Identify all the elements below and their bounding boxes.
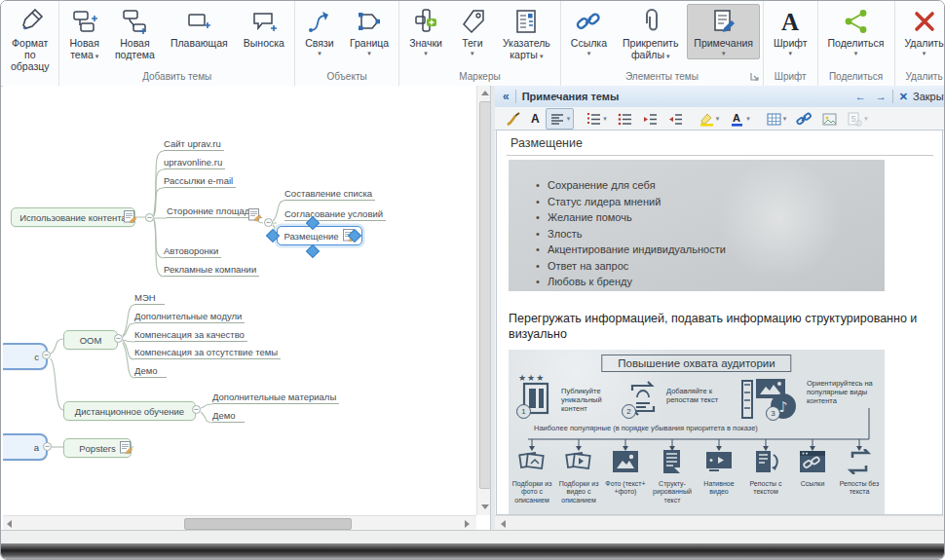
delete-button[interactable]: Удалить ▾ (898, 4, 945, 59)
topic-notes-icon[interactable] (248, 207, 261, 225)
topic-node-partial[interactable]: с (3, 343, 48, 370)
relationship-icon (305, 7, 334, 36)
ribbon-button-label: Плавающая (170, 37, 228, 49)
notes-highlight-button[interactable]: ▾ (695, 108, 724, 130)
topic-line[interactable]: МЭН (134, 292, 165, 305)
topic-line[interactable]: Рекламные компании (164, 264, 259, 277)
topic-line[interactable]: Компенсация за качество (134, 329, 247, 342)
dropdown-caret-icon: ▾ (864, 115, 868, 123)
font-button[interactable]: A Шрифт ▾ (767, 4, 814, 59)
notes-spreadsheet-button[interactable]: 5▾ (843, 108, 872, 130)
note-image-bullets-slide[interactable]: •Сохранение для себя •Статус лидера мнен… (509, 160, 885, 291)
forward-arrow-icon[interactable]: → (876, 91, 887, 102)
dropdown-caret-icon: ▾ (587, 50, 591, 56)
close-panel-label[interactable]: Закрыть (913, 91, 944, 102)
close-panel-icon[interactable]: ✕ (899, 91, 908, 103)
icons-button[interactable]: Значки ▾ (402, 4, 449, 59)
callout-button[interactable]: Выноска (237, 4, 291, 52)
topic-node[interactable]: Использование контента (11, 207, 135, 227)
collapse-toggle[interactable]: − (42, 351, 51, 359)
floating-topic-button[interactable]: Плавающая (164, 4, 235, 52)
attach-files-button[interactable]: Прикрепить файлы▾ (616, 4, 685, 63)
collapse-toggle[interactable]: − (114, 334, 123, 343)
notes-format-painter-button[interactable] (502, 108, 525, 130)
topic-notes-panel: « Примечания темы ← → ✕ Закрыть A ▾ ▾ ▾ … (495, 86, 944, 530)
topic-notes-icon[interactable] (124, 209, 136, 227)
notes-align-button[interactable]: ▾ (546, 108, 575, 130)
notes-outdent-button[interactable] (638, 108, 662, 130)
new-topic-button[interactable]: Новая тема▾ (62, 4, 105, 63)
topic-line[interactable]: Компенсация за отсутствие темы (134, 347, 281, 359)
map-vertical-scrollbar[interactable] (476, 86, 490, 515)
topic-line[interactable]: Рассылки e-mail (164, 175, 236, 188)
collapse-toggle[interactable]: − (43, 442, 52, 451)
topic-line[interactable]: Дополнительные материалы (212, 392, 339, 404)
notes-font-button[interactable]: A (527, 109, 544, 129)
topic-node[interactable]: ООМ (63, 330, 118, 350)
topic-node[interactable]: Дистанционное обучение (63, 401, 196, 421)
notes-indent-button[interactable] (663, 108, 687, 130)
topic-line[interactable]: Составление списка (284, 188, 375, 201)
dropdown-caret-icon: ▾ (367, 50, 371, 56)
notes-editor[interactable]: Размещение •Сохранение для себя •Статус … (496, 130, 943, 515)
ribbon-button-label: Теги (462, 37, 482, 49)
notes-link-button[interactable] (792, 108, 815, 130)
topic-line[interactable]: Демо (134, 365, 167, 378)
collapse-toggle[interactable]: − (192, 405, 201, 414)
map-canvas[interactable]: − − − − − − Использование контента с ООМ… (3, 86, 490, 530)
topic-line[interactable]: upravonline.ru (164, 157, 225, 169)
delete-icon (910, 7, 939, 36)
dropdown-caret-icon: ▾ (95, 53, 99, 59)
notes-numbering-button[interactable]: ▾ (582, 108, 611, 130)
bullet-marker: • (536, 209, 548, 226)
ribbon-group-label: Шрифт (764, 69, 817, 86)
notes-panel-header: « Примечания темы ← → ✕ Закрыть (495, 86, 944, 108)
notes-button[interactable]: Примечания ▾ (687, 4, 760, 59)
scroll-left-arrow[interactable] (7, 520, 12, 528)
topic-node-partial[interactable]: а (3, 433, 48, 461)
scrollbar-thumb[interactable] (184, 518, 352, 530)
repost-with-text-icon (743, 449, 788, 478)
new-subtopic-button[interactable]: Новая подтема (108, 4, 162, 63)
format-painter-button[interactable]: Формат по образцу (4, 4, 56, 75)
ribbon-group-label (1, 75, 58, 86)
scroll-left-arrow[interactable] (501, 520, 506, 528)
ribbon-button-label: Указатель карты (503, 37, 550, 60)
topic-line[interactable]: Согласование условий (284, 208, 386, 221)
hyperlink-button[interactable]: Ссылка ▾ (564, 4, 614, 59)
notes-font-color-button[interactable]: A▾ (725, 108, 754, 130)
back-arrow-icon[interactable]: ← (855, 91, 866, 102)
scrollbar-thumb[interactable] (479, 101, 490, 489)
note-image-diagram[interactable]: Повышение охвата аудитории ★★★ 1 Публику… (509, 350, 885, 515)
notes-toolbar: A ▾ ▾ ▾ A▾ ▾ 5▾ (495, 107, 944, 131)
step-number-badge: 2 (622, 404, 636, 419)
collapse-toggle[interactable]: − (145, 213, 154, 222)
topic-notes-icon[interactable] (120, 440, 132, 458)
tags-button[interactable]: Теги ▾ (451, 4, 494, 59)
map-horizontal-scrollbar[interactable] (3, 515, 476, 530)
font-icon: A (775, 7, 805, 36)
structured-text-icon (650, 449, 695, 478)
notes-table-button[interactable]: ▾ (762, 108, 791, 130)
ribbon-button-label: Выноска (244, 37, 284, 49)
notes-bullets-button[interactable] (613, 108, 636, 130)
dropdown-caret-icon: ▾ (471, 50, 474, 56)
dialog-launcher-icon[interactable] (749, 71, 760, 82)
topic-line[interactable]: Сайт uprav.ru (164, 138, 224, 151)
notes-horizontal-scrollbar[interactable] (495, 515, 944, 530)
relationships-button[interactable]: Связи ▾ (298, 4, 341, 59)
scroll-up-arrow[interactable] (481, 91, 489, 95)
map-index-button[interactable]: Указатель карты▾ (496, 4, 557, 63)
boundary-button[interactable]: Граница ▾ (343, 4, 396, 59)
collapse-toggle[interactable]: − (264, 218, 273, 227)
collapse-panel-icon[interactable]: « (503, 90, 510, 103)
notes-image-button[interactable] (817, 108, 841, 130)
photo-icon (603, 449, 648, 478)
scroll-right-arrow[interactable] (465, 520, 470, 528)
topic-line[interactable]: Дополнительные модули (134, 311, 245, 323)
scroll-down-arrow[interactable] (481, 504, 489, 509)
topic-line[interactable]: Автоворонки (164, 245, 221, 258)
share-button[interactable]: Поделиться ▾ (821, 4, 891, 59)
new-topic-icon (70, 7, 99, 36)
topic-line[interactable]: Демо (212, 410, 245, 423)
